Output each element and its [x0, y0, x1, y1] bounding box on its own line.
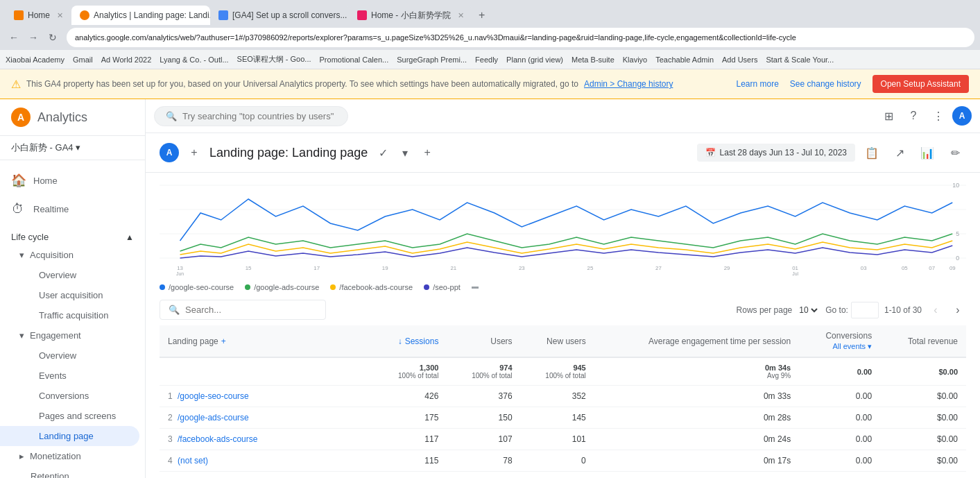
table-search-input[interactable]	[185, 305, 317, 315]
col-header-sessions[interactable]: ↓ Sessions	[373, 325, 447, 357]
see-change-history-link[interactable]: See change history	[790, 79, 861, 89]
sidebar-item-engagement[interactable]: ▾ Engagement	[0, 325, 139, 345]
ga-logo: A	[11, 108, 31, 127]
sidebar-item-events[interactable]: Events	[0, 366, 139, 386]
lifecycle-section-header[interactable]: Life cycle ▲	[0, 226, 145, 245]
add-col-icon[interactable]: +	[221, 336, 226, 346]
acquisition-expand-icon: ▾	[19, 250, 24, 260]
cell-new-users-2: 101	[521, 429, 594, 450]
property-selector[interactable]: 小白新势 - GA4 ▾	[0, 136, 145, 160]
back-button[interactable]: ←	[6, 29, 22, 46]
svg-text:09: 09	[949, 265, 956, 271]
share-button[interactable]: ↗	[888, 142, 911, 164]
next-page-button[interactable]: ›	[949, 302, 966, 318]
tab-ga4-scroll[interactable]: [GA4] Set up a scroll convers... ✕	[210, 6, 349, 25]
help-button[interactable]: ?	[902, 105, 925, 127]
legend-item-4[interactable]: /seo-ppt	[424, 283, 461, 291]
rows-per-page-select[interactable]: 10 25 50	[796, 305, 820, 316]
bookmark-xiaobai-academy[interactable]: Xiaobai Academy	[6, 56, 65, 64]
bookmark-plann[interactable]: Plann (grid view)	[506, 56, 563, 64]
sidebar-item-realtime[interactable]: ⏱ Realtime	[0, 195, 139, 223]
bookmark-seo[interactable]: SEO课程大纲 - Goo...	[237, 54, 311, 65]
edit-button[interactable]: ✏	[944, 142, 966, 164]
tab-xiaobai[interactable]: Home - 小白新势学院 ✕	[349, 6, 472, 25]
sidebar-item-overview-acq[interactable]: Overview	[0, 265, 139, 285]
sidebar-item-retention[interactable]: Retention	[0, 466, 139, 478]
bookmark-start-scale[interactable]: Start & Scale Your...	[766, 56, 834, 64]
bookmark-add-users[interactable]: Add Users	[722, 56, 757, 64]
bookmark-ad-world[interactable]: Ad World 2022	[101, 56, 152, 64]
sidebar-item-conversions[interactable]: Conversions	[0, 386, 139, 406]
url-bar[interactable]: analytics.google.com/analytics/web/?auth…	[67, 28, 974, 47]
date-range-selector[interactable]: 📅 Last 28 days Jun 13 - Jul 10, 2023	[697, 144, 855, 162]
ga-search-input[interactable]	[182, 111, 336, 121]
page-link-1[interactable]: /google-ads-course	[178, 413, 249, 422]
col-header-users[interactable]: Users	[447, 325, 520, 357]
sidebar-item-acquisition[interactable]: ▾ Acquisition	[0, 245, 139, 265]
page-link-3[interactable]: (not set)	[178, 456, 208, 466]
svg-text:10: 10	[952, 182, 959, 189]
notification-link[interactable]: Admin > Change history	[584, 79, 673, 89]
ga-search-bar-container[interactable]: 🔍	[154, 106, 348, 126]
goto-input[interactable]: 1	[851, 302, 879, 318]
col-header-revenue[interactable]: Total revenue	[880, 325, 966, 357]
summary-avg-engagement: 0m 34s Avg 9%	[594, 357, 800, 386]
col-header-avg-engagement[interactable]: Average engagement time per session	[594, 325, 800, 357]
bookmark-teachable[interactable]: Teachable Admin	[655, 56, 714, 64]
summary-row: 1,300 100% of total 974 100% of total 94…	[160, 357, 966, 386]
cell-revenue-1: $0.00	[880, 407, 966, 429]
reload-button[interactable]: ↻	[44, 29, 61, 46]
svg-text:01: 01	[792, 265, 798, 271]
forward-button[interactable]: →	[25, 29, 42, 46]
report-calendar-button[interactable]: 📋	[861, 142, 883, 164]
bookmark-gmail[interactable]: Gmail	[73, 56, 93, 64]
sidebar-item-traffic-acquisition[interactable]: Traffic acquisition	[0, 305, 139, 325]
cell-users-1: 150	[447, 407, 520, 429]
col-header-conversions[interactable]: Conversions All events ▾	[799, 325, 880, 357]
all-events-selector[interactable]: All events ▾	[832, 342, 872, 351]
col-header-new-users[interactable]: New users	[521, 325, 594, 357]
tabs-bar: Home ✕ Analytics | Landing page: Landi..…	[0, 0, 980, 25]
report-title-dropdown[interactable]: ▾	[395, 143, 415, 162]
search-box[interactable]: 🔍	[160, 300, 326, 320]
user-avatar[interactable]: A	[952, 106, 972, 126]
grid-view-button[interactable]: ⊞	[877, 105, 900, 127]
cell-page-0: 1 /google-seo-course	[160, 386, 373, 407]
tab-close-home[interactable]: ✕	[57, 11, 63, 20]
sidebar-item-home[interactable]: 🏠 Home	[0, 166, 139, 195]
open-setup-assistant-button[interactable]: Open Setup Assistant	[872, 75, 969, 93]
prev-page-button[interactable]: ‹	[927, 302, 944, 318]
bookmark-klaviyo[interactable]: Klaviyo	[623, 56, 647, 64]
legend-item-5[interactable]	[472, 287, 479, 289]
col-header-landing-page[interactable]: Landing page +	[160, 325, 373, 357]
sidebar-item-overview-eng[interactable]: Overview	[0, 345, 139, 366]
bookmark-surge[interactable]: SurgeGraph Premi...	[397, 56, 467, 64]
new-tab-button[interactable]: +	[472, 6, 492, 25]
bookmark-promo[interactable]: Promotional Calen...	[320, 56, 389, 64]
page-link-0[interactable]: /google-seo-course	[178, 391, 249, 401]
verify-button[interactable]: ✓	[373, 143, 393, 162]
tab-home[interactable]: Home ✕	[6, 6, 71, 25]
learn-more-link[interactable]: Learn more	[736, 79, 778, 89]
legend-item-3[interactable]: /facebook-ads-course	[330, 283, 413, 291]
sidebar-item-monetization[interactable]: ▸ Monetization	[0, 446, 139, 466]
bookmark-lyang[interactable]: Lyang & Co. - Outl...	[160, 56, 228, 64]
monetization-expand-icon: ▸	[19, 451, 24, 461]
report-header-right: 📅 Last 28 days Jun 13 - Jul 10, 2023 📋 ↗…	[697, 142, 966, 164]
tab-analytics[interactable]: Analytics | Landing page: Landi... ✕	[71, 6, 210, 25]
legend-item-2[interactable]: /google-ads-course	[245, 283, 319, 291]
goto-label: Go to:	[825, 305, 848, 315]
sidebar-item-landing-page[interactable]: Landing page	[0, 426, 139, 446]
add-metric-button[interactable]: +	[418, 143, 437, 162]
tab-label-scroll: [GA4] Set up a scroll convers...	[232, 10, 347, 20]
legend-item-1[interactable]: /google-seo-course	[160, 283, 234, 291]
sidebar-item-pages-screens[interactable]: Pages and screens	[0, 406, 139, 426]
sidebar-item-user-acquisition[interactable]: User acquisition	[0, 285, 139, 305]
bookmark-meta[interactable]: Meta B-suite	[571, 56, 614, 64]
compare-button[interactable]: 📊	[916, 142, 938, 164]
add-comparison-button[interactable]: +	[184, 143, 204, 162]
page-link-2[interactable]: /facebook-ads-course	[178, 434, 257, 444]
bookmark-feedly[interactable]: Feedly	[475, 56, 498, 64]
more-options-button[interactable]: ⋮	[927, 105, 949, 127]
tab-close-xiaobai[interactable]: ✕	[458, 11, 464, 20]
